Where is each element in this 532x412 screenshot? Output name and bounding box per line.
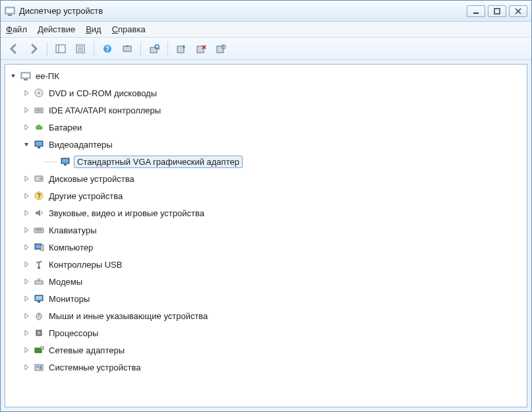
expand-arrow-icon[interactable]	[22, 295, 30, 303]
expand-arrow-icon[interactable]	[22, 209, 30, 217]
tree-category[interactable]: Компьютер	[5, 239, 527, 256]
svg-rect-19	[177, 46, 184, 53]
svg-rect-26	[22, 74, 29, 77]
properties-button[interactable]	[71, 40, 90, 58]
disc-icon	[33, 87, 45, 99]
tree-category[interactable]: Батареи	[5, 119, 527, 136]
tree-item-label: Видеоадаптеры	[47, 139, 114, 150]
tree-category[interactable]: Сетевые адаптеры	[5, 341, 527, 359]
forward-button[interactable]	[24, 40, 43, 58]
expand-arrow-icon[interactable]	[9, 72, 17, 80]
svg-rect-7	[56, 45, 65, 53]
window-title: Диспетчер устройств	[19, 6, 467, 16]
tree-item-label: Дисковые устройства	[47, 173, 136, 185]
tree-category[interactable]: Видеоадаптеры	[5, 136, 527, 153]
tree-category[interactable]: Мониторы	[5, 290, 527, 307]
tree-device[interactable]: Стандартный VGA графический адаптер	[5, 153, 527, 170]
svg-rect-36	[62, 159, 69, 163]
svg-rect-57	[38, 301, 40, 303]
battery-icon	[33, 121, 45, 133]
expand-arrow-icon[interactable]	[22, 363, 30, 371]
tree-category[interactable]: Процессоры	[5, 324, 527, 341]
help-button[interactable]: ?	[98, 40, 117, 58]
menubar: Файл Действие Вид Справка	[1, 22, 531, 38]
svg-rect-1	[7, 9, 13, 13]
tree-item-label: Батареи	[47, 122, 83, 133]
expand-arrow-icon[interactable]	[22, 175, 30, 183]
tree-item-label: Контроллеры USB	[47, 259, 123, 270]
cpu-icon	[33, 327, 45, 339]
expand-arrow-icon[interactable]	[22, 226, 30, 234]
device-manager-window: Диспетчер устройств Файл Действие Вид Сп…	[0, 0, 532, 412]
svg-rect-23	[217, 46, 223, 53]
expand-arrow-icon[interactable]	[22, 89, 30, 97]
expand-arrow-icon[interactable]	[22, 278, 30, 285]
device-tree-panel[interactable]: ee-ПКDVD и CD-ROM дисководыIDE ATA/ATAPI…	[5, 64, 527, 407]
disk-icon	[33, 173, 45, 185]
update-driver-button[interactable]	[145, 40, 163, 58]
svg-point-52	[36, 262, 38, 263]
ide-icon	[33, 104, 45, 116]
tree-category[interactable]: Звуковые, видео и игровые устройства	[5, 204, 527, 221]
expand-arrow-icon[interactable]	[22, 140, 30, 148]
svg-text:?: ?	[105, 45, 109, 53]
expand-arrow-icon[interactable]	[22, 106, 30, 114]
svg-rect-27	[24, 79, 28, 80]
tree-category[interactable]: Мыши и иные указывающие устройства	[5, 307, 527, 324]
tree-category[interactable]: Контроллеры USB	[5, 256, 527, 273]
expand-arrow-icon[interactable]	[22, 123, 30, 131]
tree-category[interactable]: Дисковые устройства	[5, 170, 527, 187]
expand-arrow-icon[interactable]	[22, 192, 30, 200]
svg-point-39	[40, 177, 42, 180]
system-icon	[33, 361, 45, 373]
toolbar: ?	[1, 38, 531, 60]
root-icon	[20, 70, 32, 82]
svg-rect-46	[36, 245, 41, 249]
uninstall-device-button[interactable]	[192, 40, 210, 58]
tree-category[interactable]: IDE ATA/ATAPI контроллеры	[5, 102, 527, 119]
expand-arrow-icon[interactable]	[22, 329, 30, 337]
toolbar-separator	[140, 42, 141, 56]
tree-item-label: Процессоры	[47, 328, 100, 339]
expand-arrow-icon[interactable]	[22, 346, 30, 354]
toolbar-separator	[47, 42, 47, 56]
tree-category[interactable]: DVD и CD-ROM дисководы	[5, 84, 527, 102]
menu-view[interactable]: Вид	[86, 24, 102, 34]
svg-rect-20	[197, 46, 204, 53]
maximize-button[interactable]	[488, 5, 506, 17]
show-hide-tree-button[interactable]	[51, 40, 70, 58]
tree-category[interactable]: Клавиатуры	[5, 221, 527, 239]
tree-item-label: Звуковые, видео и игровые устройства	[47, 208, 206, 219]
menu-help[interactable]: Справка	[112, 24, 146, 34]
svg-rect-61	[38, 332, 40, 334]
expand-arrow-icon[interactable]	[22, 243, 30, 251]
tree-category[interactable]: ?Другие устройства	[5, 187, 527, 204]
scan-hardware-button[interactable]	[118, 40, 136, 58]
expand-arrow-icon[interactable]	[22, 312, 30, 320]
monitor-icon	[33, 293, 45, 305]
tree-root[interactable]: ee-ПК	[5, 67, 527, 84]
tree-item-label: Системные устройства	[47, 362, 142, 373]
svg-rect-4	[494, 9, 500, 14]
svg-rect-34	[38, 147, 40, 148]
close-button[interactable]	[509, 5, 527, 17]
svg-point-48	[38, 266, 40, 269]
svg-point-29	[38, 92, 40, 94]
minimize-button[interactable]	[467, 5, 485, 17]
enable-device-button[interactable]	[172, 40, 191, 58]
expand-arrow-icon[interactable]	[22, 260, 30, 268]
question-icon: ?	[33, 190, 45, 202]
tree-category[interactable]: Модемы	[5, 273, 527, 290]
mouse-icon	[33, 310, 45, 322]
tree-category[interactable]: Системные устройства	[5, 359, 527, 376]
svg-line-18	[158, 48, 160, 49]
computer-icon	[33, 241, 45, 253]
back-button[interactable]	[5, 40, 23, 58]
tree-item-label: DVD и CD-ROM дисководы	[47, 88, 158, 99]
svg-rect-66	[40, 366, 42, 369]
tree-item-label: Сетевые адаптеры	[47, 345, 126, 356]
menu-action[interactable]: Действие	[38, 24, 75, 34]
scan-changes-button[interactable]	[212, 40, 230, 58]
tree-item-label: ee-ПК	[34, 71, 61, 82]
menu-file[interactable]: Файл	[6, 24, 27, 34]
